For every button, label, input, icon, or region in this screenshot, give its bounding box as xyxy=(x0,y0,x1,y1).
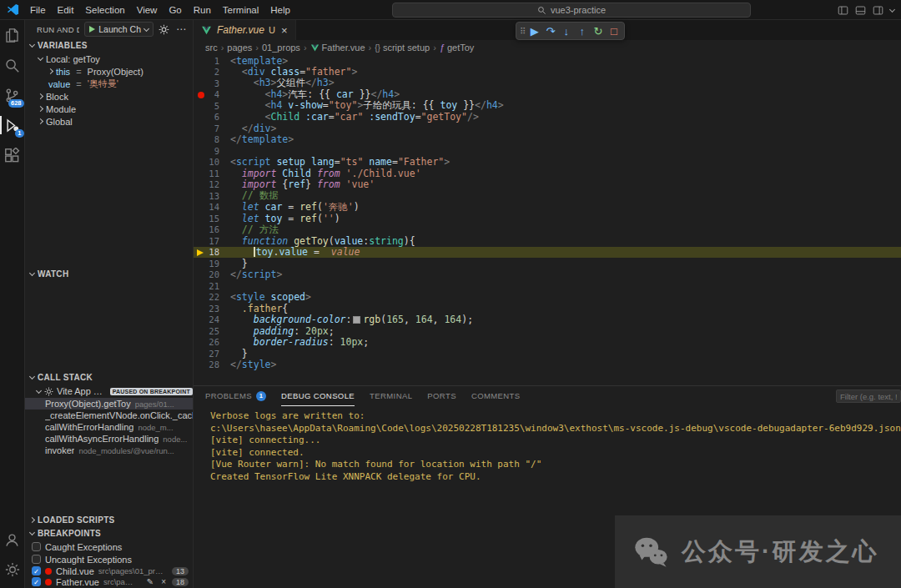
code-line[interactable]: 1<template> xyxy=(194,55,901,67)
checkbox[interactable]: ✓ xyxy=(32,566,41,575)
code-line[interactable]: 7 </div> xyxy=(194,123,901,134)
stack-frame[interactable]: callWithErrorHandlingnode_m... xyxy=(25,421,193,433)
breadcrumb-item-01-props[interactable]: 01_props xyxy=(262,43,300,53)
code-line[interactable]: 2 <div class="father"> xyxy=(194,67,901,78)
line-gutter[interactable]: 15 xyxy=(194,213,230,224)
toolbar-drag-grip[interactable]: ⠿ xyxy=(519,27,526,36)
code-line[interactable]: 20</script> xyxy=(194,269,901,281)
activity-explorer[interactable] xyxy=(0,20,25,50)
variable-value[interactable]: value='奥特曼' xyxy=(25,78,193,90)
toggle-panel-icon[interactable] xyxy=(855,5,866,16)
line-gutter[interactable]: 4 xyxy=(194,89,230,101)
checkbox[interactable]: ✓ xyxy=(32,577,41,586)
variables-scope-module[interactable]: Module xyxy=(25,103,193,115)
menu-help[interactable]: Help xyxy=(264,0,296,19)
activity-run-and-debug[interactable]: 1 xyxy=(0,110,25,140)
panel-tab-terminal[interactable]: TERMINAL xyxy=(370,386,412,406)
stack-frame[interactable]: Proxy(Object).getToypages/01... xyxy=(25,398,193,410)
menu-edit[interactable]: Edit xyxy=(52,0,80,19)
line-gutter[interactable]: 14 xyxy=(194,202,230,214)
remove-breakpoint-icon[interactable]: × xyxy=(159,577,168,586)
code-line[interactable]: 8</template> xyxy=(194,134,901,146)
variables-scope-global[interactable]: Global xyxy=(25,115,193,128)
line-gutter[interactable]: 19 xyxy=(194,258,230,269)
code-line[interactable]: 22<style scoped> xyxy=(194,292,901,304)
menu-terminal[interactable]: Terminal xyxy=(217,0,264,19)
code-line[interactable]: 28</style> xyxy=(194,359,901,371)
line-gutter[interactable]: 8 xyxy=(194,134,230,146)
stack-frame[interactable]: callWithAsyncErrorHandlingnode... xyxy=(25,433,193,445)
line-gutter[interactable]: 22 xyxy=(194,292,230,304)
variables-scope-block[interactable]: Block xyxy=(25,90,193,103)
breadcrumb-item-script-setup[interactable]: {}script setup xyxy=(375,43,430,53)
menu-view[interactable]: View xyxy=(131,0,164,19)
line-gutter[interactable]: 17 xyxy=(194,235,230,247)
continue-button[interactable]: ▶ xyxy=(526,23,542,39)
line-gutter[interactable]: 25 xyxy=(194,325,230,337)
step-over-button[interactable]: ↷ xyxy=(542,23,558,39)
breadcrumb-item-src[interactable]: src xyxy=(205,43,218,53)
panel-tab-comments[interactable]: COMMENTS xyxy=(471,386,521,406)
code-line[interactable]: 25 padding: 20px; xyxy=(194,325,901,337)
customize-layout-chevron-icon[interactable] xyxy=(889,6,895,12)
line-gutter[interactable]: 23 xyxy=(194,303,230,314)
code-area[interactable]: 1<template>2 <div class="father">3 <h3>父… xyxy=(194,55,901,385)
breakpoints-section-header[interactable]: BREAKPOINTS xyxy=(25,526,193,540)
line-gutter[interactable]: 11 xyxy=(194,168,230,179)
code-line[interactable]: 27 } xyxy=(194,348,901,359)
menu-run[interactable]: Run xyxy=(188,0,217,19)
edit-breakpoint-icon[interactable]: ✎ xyxy=(145,577,155,586)
line-gutter[interactable]: 21 xyxy=(194,280,230,292)
panel-tab-problems[interactable]: PROBLEMS1 xyxy=(205,386,266,406)
line-gutter[interactable]: 27 xyxy=(194,348,230,359)
watch-section-header[interactable]: WATCH xyxy=(25,267,193,281)
code-line[interactable]: 16 // 方法 xyxy=(194,224,901,236)
line-gutter[interactable]: 24 xyxy=(194,314,230,326)
activity-settings[interactable] xyxy=(0,555,25,585)
breakpoint-caught-exceptions[interactable]: Caught Exceptions xyxy=(25,540,193,553)
line-gutter[interactable]: 20 xyxy=(194,269,230,281)
call-stack-section-header[interactable]: CALL STACK xyxy=(25,370,193,384)
code-line[interactable]: 11 import Child from './Child.vue' xyxy=(194,168,901,179)
debug-session-row[interactable]: Vite App = L... PAUSED ON BREAKPOINT xyxy=(25,384,193,398)
checkbox[interactable] xyxy=(32,542,41,551)
code-line[interactable]: 26 border-radius: 10px; xyxy=(194,337,901,349)
code-line[interactable]: 6 <Child :car="car" :sendToy="getToy"/> xyxy=(194,112,901,123)
line-gutter[interactable]: 28 xyxy=(194,359,230,371)
code-line[interactable]: 21 xyxy=(194,280,901,292)
code-line[interactable]: 10<script setup lang="ts" name="Father"> xyxy=(194,157,901,168)
breakpoint-father-vue[interactable]: ✓Father.vuesrc\pages\01...✎×18 xyxy=(25,576,193,587)
code-line[interactable]: 17 function getToy(value:string){ xyxy=(194,235,901,247)
code-line[interactable]: 19 } xyxy=(194,258,901,269)
line-gutter[interactable]: 3 xyxy=(194,78,230,89)
toggle-secondary-sidebar-icon[interactable] xyxy=(873,5,883,16)
line-gutter[interactable]: 10 xyxy=(194,157,230,168)
line-gutter[interactable]: 13 xyxy=(194,190,230,202)
launch-config-button[interactable]: Launch Ch xyxy=(84,22,154,37)
menu-file[interactable]: File xyxy=(24,0,52,19)
line-gutter[interactable]: 5 xyxy=(194,100,230,112)
stop-button[interactable]: □ xyxy=(606,23,622,39)
step-out-button[interactable]: ↑ xyxy=(574,23,590,39)
code-line[interactable]: 13 // 数据 xyxy=(194,190,901,202)
variable-this[interactable]: this=Proxy(Object) xyxy=(25,65,193,78)
activity-account[interactable] xyxy=(0,525,25,555)
restart-button[interactable]: ↻ xyxy=(590,23,606,39)
breakpoint-uncaught-exceptions[interactable]: Uncaught Exceptions xyxy=(25,553,193,565)
stack-frame[interactable]: _createElementVNode.onClick._cache... xyxy=(25,410,193,421)
code-line[interactable]: 18 toy.value = value xyxy=(194,247,901,259)
start-debug-icon[interactable] xyxy=(89,26,95,33)
tab-father-vue[interactable]: Father.vue U × xyxy=(194,20,296,40)
menu-go[interactable]: Go xyxy=(163,0,187,19)
line-gutter[interactable]: 18 xyxy=(194,247,230,259)
console-filter-input[interactable] xyxy=(836,389,901,403)
activity-search[interactable] xyxy=(0,50,25,80)
line-gutter[interactable]: 7 xyxy=(194,123,230,134)
line-gutter[interactable]: 26 xyxy=(194,337,230,349)
breadcrumb-item-father-vue[interactable]: Father.vue xyxy=(310,43,365,53)
code-line[interactable]: 15 let toy = ref('') xyxy=(194,213,901,224)
code-line[interactable]: 14 let car = ref('奔驰') xyxy=(194,202,901,214)
loaded-scripts-section-header[interactable]: LOADED SCRIPTS xyxy=(25,513,193,526)
line-gutter[interactable]: 1 xyxy=(194,55,230,67)
code-line[interactable]: 3 <h3>父组件</h3> xyxy=(194,78,901,89)
